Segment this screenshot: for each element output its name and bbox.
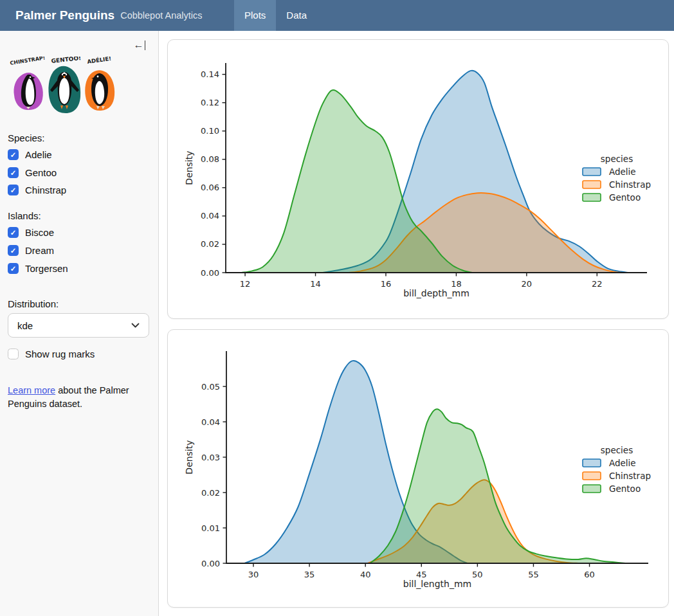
y-tick-label: 0.05: [201, 382, 220, 392]
island-row-torgersen: ✓Torgersen: [8, 263, 68, 274]
legend-swatch-gentoo: [583, 485, 601, 493]
species-row-adelie: ✓Adelie: [8, 149, 52, 160]
legend-title: species: [601, 154, 633, 164]
tab-plots[interactable]: Plots: [234, 0, 276, 31]
y-tick-label: 0.00: [201, 268, 219, 278]
island-row-dream: ✓Dream: [8, 245, 54, 256]
legend-label-adelie: Adelie: [609, 458, 636, 468]
bill-depth-kde-plot: 1214161820220.000.020.040.060.080.100.12…: [168, 40, 668, 318]
y-tick-label: 0.14: [201, 69, 219, 79]
legend-swatch-chinstrap: [583, 472, 601, 480]
legend-swatch-gentoo: [583, 194, 601, 201]
y-tick-label: 0.06: [201, 183, 219, 192]
x-tick-label: 22: [592, 279, 603, 289]
species-checkbox-chinstrap[interactable]: ✓: [8, 185, 19, 195]
x-tick-label: 55: [528, 570, 539, 579]
tab-data[interactable]: Data: [276, 0, 317, 31]
island-label-torgersen: Torgersen: [25, 263, 68, 274]
y-tick-label: 0.02: [201, 239, 219, 249]
legend-label-adelie: Adelie: [609, 167, 636, 177]
y-tick-label: 0.00: [201, 559, 220, 568]
island-checkbox-torgersen[interactable]: ✓: [8, 263, 19, 274]
x-tick-label: 45: [416, 570, 427, 579]
island-label-biscoe: Biscoe: [25, 227, 54, 238]
x-tick-label: 16: [381, 279, 392, 289]
y-tick-label: 0.10: [201, 126, 219, 136]
y-tick-label: 0.04: [201, 211, 219, 221]
distribution-selected-value: kde: [17, 320, 33, 331]
rug-marks-label: Show rug marks: [25, 349, 95, 359]
bill-depth-plot-card: 1214161820220.000.020.040.060.080.100.12…: [167, 39, 669, 319]
island-row-biscoe: ✓Biscoe: [8, 227, 54, 238]
bill-length-kde-plot: 303540455055600.000.010.020.030.040.05bi…: [168, 330, 668, 607]
navbar: Palmer Penguins Cobblepot Analytics Plot…: [0, 0, 674, 31]
island-checkbox-biscoe[interactable]: ✓: [8, 227, 19, 238]
x-axis-label: bill_depth_mm: [403, 288, 469, 298]
species-section-label: Species:: [8, 132, 45, 143]
dataset-note: Learn more about the Palmer Penguins dat…: [8, 384, 144, 411]
rug-marks-row: ✓ Show rug marks: [8, 349, 95, 359]
x-tick-label: 60: [584, 570, 595, 579]
collapse-bar-icon: [145, 41, 146, 50]
app-window: Palmer Penguins Cobblepot Analytics Plot…: [0, 0, 674, 616]
x-tick-label: 20: [522, 279, 533, 289]
species-checkbox-gentoo[interactable]: ✓: [8, 167, 19, 178]
chevron-down-icon: [131, 323, 140, 329]
y-tick-label: 0.12: [201, 98, 219, 107]
y-axis-label: Density: [184, 440, 194, 474]
legend-label-chinstrap: Chinstrap: [609, 179, 651, 190]
x-tick-label: 30: [248, 570, 259, 579]
collapse-arrow-icon: ←: [134, 40, 144, 50]
x-tick-label: 14: [310, 279, 321, 289]
adelie-label: ADÉLIE!: [87, 57, 112, 65]
species-label-adelie: Adelie: [25, 149, 52, 160]
x-tick-label: 18: [451, 279, 462, 289]
x-axis-label: bill_length_mm: [403, 579, 471, 589]
legend-label-gentoo: Gentoo: [609, 484, 641, 494]
species-label-chinstrap: Chinstrap: [25, 185, 66, 195]
rug-marks-checkbox[interactable]: ✓: [8, 349, 19, 359]
legend-label-chinstrap: Chinstrap: [609, 471, 651, 481]
learn-more-link[interactable]: Learn more: [8, 385, 55, 395]
y-axis-label: Density: [184, 150, 194, 185]
species-label-gentoo: Gentoo: [25, 167, 57, 178]
gentoo-penguin-belly: [59, 78, 69, 104]
y-tick-label: 0.02: [201, 488, 220, 498]
chinstrap-label: CHINSTRAP!: [10, 57, 46, 66]
y-tick-label: 0.03: [201, 453, 220, 462]
bill-length-plot-card: 303540455055600.000.010.020.030.040.05bi…: [167, 329, 669, 608]
islands-section-label: Islands:: [8, 210, 41, 221]
sidebar-collapse-button[interactable]: ←: [134, 40, 146, 50]
x-tick-label: 35: [304, 570, 315, 579]
sidebar: ← CHINSTRAP!: [0, 31, 159, 616]
y-tick-label: 0.08: [201, 154, 219, 164]
y-tick-label: 0.01: [201, 523, 220, 533]
x-tick-label: 40: [360, 570, 371, 579]
nav-tabs: Plots Data: [234, 0, 317, 31]
legend-title: species: [601, 445, 633, 455]
distribution-label: Distribution:: [8, 298, 59, 309]
island-label-dream: Dream: [25, 245, 54, 256]
app-title: Palmer Penguins: [15, 8, 114, 23]
y-tick-label: 0.04: [201, 417, 220, 427]
species-row-gentoo: ✓Gentoo: [8, 167, 57, 178]
legend-swatch-chinstrap: [583, 181, 601, 188]
species-checkbox-adelie[interactable]: ✓: [8, 149, 19, 160]
legend-swatch-adelie: [583, 168, 601, 176]
x-tick-label: 50: [472, 570, 483, 579]
main-content: 1214161820220.000.020.040.060.080.100.12…: [159, 31, 674, 616]
x-tick-label: 12: [240, 279, 251, 289]
legend-swatch-adelie: [583, 459, 601, 467]
distribution-select[interactable]: kde: [8, 313, 149, 338]
gentoo-label: GENTOO!: [51, 57, 81, 64]
app-subtitle: Cobblepot Analytics: [120, 10, 202, 21]
penguins-illustration: CHINSTRAP! GENTOO! ADÉLIE: [9, 57, 122, 116]
legend-label-gentoo: Gentoo: [609, 192, 641, 203]
island-checkbox-dream[interactable]: ✓: [8, 245, 19, 256]
species-row-chinstrap: ✓Chinstrap: [8, 185, 66, 195]
